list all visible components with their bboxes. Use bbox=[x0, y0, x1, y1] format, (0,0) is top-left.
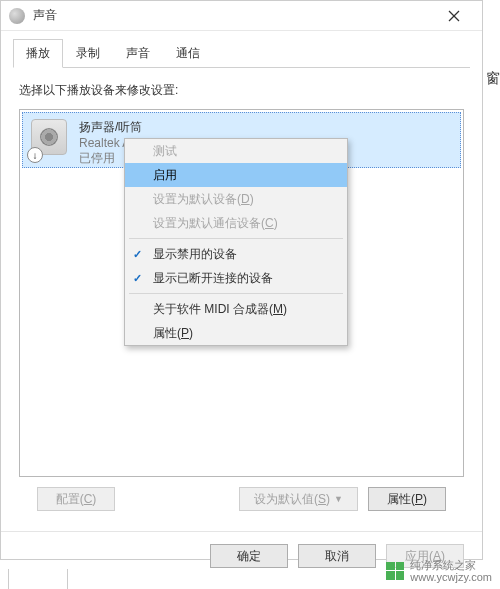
set-default-button[interactable]: 设为默认值(S)▼ bbox=[239, 487, 358, 511]
window-title: 声音 bbox=[33, 7, 434, 24]
button-label: 设为默认值( bbox=[254, 491, 318, 508]
background-text-fragment: 窗 bbox=[486, 70, 500, 88]
menu-item-show-disconnected[interactable]: 显示已断开连接的设备 bbox=[125, 266, 347, 290]
app-icon bbox=[9, 8, 25, 24]
tab-recording[interactable]: 录制 bbox=[63, 39, 113, 68]
tabstrip: 播放 录制 声音 通信 bbox=[1, 31, 482, 67]
properties-button[interactable]: 属性(P) bbox=[368, 487, 446, 511]
titlebar: 声音 bbox=[1, 1, 482, 31]
menu-item-test[interactable]: 测试 bbox=[125, 139, 347, 163]
playback-panel: 选择以下播放设备来修改设置: 扬声器/听筒 Realtek Audio 已停用 … bbox=[1, 68, 482, 525]
button-accel: A bbox=[433, 549, 441, 563]
apply-button[interactable]: 应用(A) bbox=[386, 544, 464, 568]
dialog-buttons-row: 确定 取消 应用(A) bbox=[1, 531, 482, 580]
menu-item-label-end: ) bbox=[283, 302, 287, 316]
menu-item-accel: P bbox=[181, 326, 189, 340]
menu-item-label: 属性( bbox=[153, 325, 181, 342]
menu-separator bbox=[129, 293, 343, 294]
button-accel: S bbox=[318, 492, 326, 506]
menu-item-properties[interactable]: 属性(P) bbox=[125, 321, 347, 345]
button-label: 配置( bbox=[56, 491, 84, 508]
menu-item-label: 设置为默认设备( bbox=[153, 191, 241, 208]
menu-item-accel: D bbox=[241, 192, 250, 206]
background-fragment bbox=[8, 569, 68, 589]
ok-button[interactable]: 确定 bbox=[210, 544, 288, 568]
button-label-end: ) bbox=[326, 492, 330, 506]
device-name: 扬声器/听筒 bbox=[79, 119, 153, 136]
menu-item-show-disabled[interactable]: 显示禁用的设备 bbox=[125, 242, 347, 266]
menu-item-accel: C bbox=[265, 216, 274, 230]
button-label-end: ) bbox=[92, 492, 96, 506]
context-menu: 测试 启用 设置为默认设备(D) 设置为默认通信设备(C) 显示禁用的设备 显示… bbox=[124, 138, 348, 346]
button-accel: P bbox=[415, 492, 423, 506]
button-label-end: ) bbox=[423, 492, 427, 506]
device-buttons-row: 配置(C) 设为默认值(S)▼ 属性(P) bbox=[19, 477, 464, 515]
menu-item-label: 关于软件 MIDI 合成器( bbox=[153, 301, 273, 318]
menu-item-label-end: ) bbox=[189, 326, 193, 340]
button-accel: C bbox=[84, 492, 93, 506]
button-label: 属性( bbox=[387, 491, 415, 508]
disabled-badge-icon bbox=[27, 147, 43, 163]
tab-communications[interactable]: 通信 bbox=[163, 39, 213, 68]
tab-playback[interactable]: 播放 bbox=[13, 39, 63, 68]
device-icon bbox=[31, 119, 71, 159]
menu-item-label: 设置为默认通信设备( bbox=[153, 215, 265, 232]
menu-item-enable[interactable]: 启用 bbox=[125, 163, 347, 187]
menu-item-midi[interactable]: 关于软件 MIDI 合成器(M) bbox=[125, 297, 347, 321]
chevron-down-icon: ▼ bbox=[334, 494, 343, 504]
button-label-end: ) bbox=[441, 549, 445, 563]
menu-item-label-end: ) bbox=[250, 192, 254, 206]
menu-separator bbox=[129, 238, 343, 239]
button-label: 应用( bbox=[405, 548, 433, 565]
close-icon bbox=[448, 10, 460, 22]
instruction-text: 选择以下播放设备来修改设置: bbox=[19, 82, 464, 99]
close-button[interactable] bbox=[434, 1, 474, 31]
menu-item-set-default-comm[interactable]: 设置为默认通信设备(C) bbox=[125, 211, 347, 235]
tab-sounds[interactable]: 声音 bbox=[113, 39, 163, 68]
device-list[interactable]: 扬声器/听筒 Realtek Audio 已停用 测试 启用 设置为默认设备(D… bbox=[19, 109, 464, 477]
menu-item-set-default[interactable]: 设置为默认设备(D) bbox=[125, 187, 347, 211]
menu-item-label-end: ) bbox=[274, 216, 278, 230]
sound-dialog: 声音 播放 录制 声音 通信 选择以下播放设备来修改设置: 扬声器/听筒 Re bbox=[0, 0, 483, 560]
menu-item-accel: M bbox=[273, 302, 283, 316]
configure-button[interactable]: 配置(C) bbox=[37, 487, 115, 511]
cancel-button[interactable]: 取消 bbox=[298, 544, 376, 568]
